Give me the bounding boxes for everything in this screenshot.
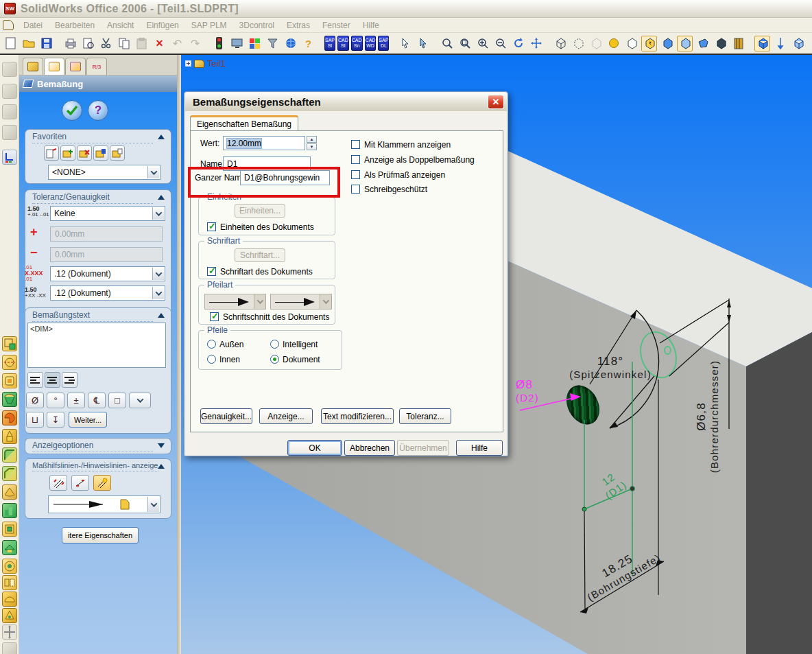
menu-einfuegen[interactable]: Einfügen	[141, 19, 184, 32]
menu-bearbeiten[interactable]: Bearbeiten	[49, 19, 100, 32]
arrow-style-left-combo[interactable]	[204, 294, 266, 310]
menu-3dcontrol[interactable]: 3Dcontrol	[234, 19, 280, 32]
abbrechen-button[interactable]: Abbrechen	[344, 440, 395, 456]
hidden-lines-icon[interactable]	[570, 36, 586, 51]
tolerance-type-select[interactable]: Keine	[50, 206, 165, 221]
menu-hilfe[interactable]: Hilfe	[357, 19, 385, 32]
genauigkeit-button[interactable]: Genauigkeit...	[200, 408, 252, 424]
diameter-symbol-button[interactable]: Ø	[26, 393, 44, 408]
shadows-icon[interactable]	[606, 36, 621, 51]
tolerance-precision-select[interactable]: .12 (Dokument)	[50, 285, 165, 301]
angle-dimension-text[interactable]: 118° (Spitzenwinkel)	[556, 354, 665, 382]
fillet-icon[interactable]	[2, 447, 17, 463]
favorites-select-chevron-icon[interactable]	[147, 166, 159, 178]
lofted-boss-icon[interactable]	[2, 392, 17, 407]
mirror-icon[interactable]	[2, 575, 17, 590]
hidden-removed-icon[interactable]	[588, 36, 604, 51]
feature-tree-root[interactable]: Teil1	[185, 58, 226, 69]
perspective-icon[interactable]	[695, 36, 710, 51]
favorite-add-button[interactable]	[60, 145, 75, 161]
delete-icon[interactable]: ×	[152, 36, 167, 51]
toleranz-button[interactable]: Toleranz...	[399, 408, 451, 424]
section-view-icon[interactable]	[677, 36, 693, 51]
rotate-view-icon[interactable]	[510, 36, 526, 51]
centerline-symbol-button[interactable]: ℄	[88, 393, 106, 408]
print-icon[interactable]	[62, 36, 78, 51]
schriftart-button[interactable]: Schriftart...	[235, 248, 285, 262]
dimension-grid-icon[interactable]	[2, 125, 17, 140]
leader-style-chevron-icon[interactable]	[147, 497, 159, 512]
dome-icon[interactable]	[2, 592, 17, 607]
document-menu-icon[interactable]	[3, 20, 14, 30]
rib-icon[interactable]	[2, 503, 17, 518]
menu-datei[interactable]: Datei	[18, 19, 48, 32]
align-left-button[interactable]	[27, 372, 43, 388]
group-anzeigeoptionen[interactable]: Anzeigeoptionen	[25, 438, 171, 454]
favorites-select[interactable]: <NONE>	[48, 165, 160, 180]
wireframe-icon[interactable]	[552, 36, 568, 51]
tab-configuration-manager[interactable]	[65, 58, 86, 75]
sap-button-4[interactable]: CADWD	[365, 36, 377, 51]
curvature-icon[interactable]	[730, 36, 746, 51]
help-icon[interactable]: ?	[300, 36, 316, 51]
drill-diameter-dimension-text[interactable]: Ø6,8 (Bohrerdurchmesser)	[694, 334, 721, 499]
pruefmass-checkbox[interactable]	[351, 170, 360, 179]
back-view-icon[interactable]	[808, 36, 812, 51]
align-center-button[interactable]	[45, 372, 60, 388]
draft-icon[interactable]	[2, 522, 17, 537]
more-symbols-dropdown[interactable]	[129, 393, 151, 408]
witness-line-smart-button[interactable]	[93, 475, 111, 491]
innen-radio[interactable]	[207, 355, 216, 364]
display-settings-icon[interactable]	[229, 36, 245, 51]
paste-icon[interactable]	[134, 36, 150, 51]
arrow-combo-chevron-icon[interactable]	[320, 294, 331, 309]
collapse-arrow-icon[interactable]	[158, 464, 165, 469]
shaded-edges-icon[interactable]	[623, 36, 639, 51]
sap-button-1[interactable]: SAPSt	[324, 36, 335, 51]
collapse-arrow-icon[interactable]	[158, 135, 165, 139]
extrude-boss-icon[interactable]	[2, 336, 17, 351]
min-variation-input[interactable]: 0.00mm	[50, 247, 163, 262]
einheiten-dokument-checkbox[interactable]	[207, 222, 216, 231]
dokument-radio[interactable]	[270, 355, 279, 364]
anzeige-button[interactable]: Anzeige...	[259, 408, 313, 424]
spinner-up-icon[interactable]: ▲	[307, 136, 317, 143]
square-symbol-button[interactable]: □	[108, 393, 126, 408]
menu-sap-plm[interactable]: SAP PLM	[186, 19, 232, 32]
collapse-arrow-icon[interactable]	[158, 195, 165, 200]
edrawings-globe-icon[interactable]	[283, 36, 298, 51]
schriftschnitt-checkbox[interactable]	[210, 312, 219, 321]
degree-symbol-button[interactable]: °	[47, 393, 64, 408]
design-checker-icon[interactable]	[211, 36, 227, 51]
spinner-down-icon[interactable]: ▼	[307, 143, 317, 150]
tolerance-precision-chevron-icon[interactable]	[152, 287, 164, 299]
isometric-view-icon[interactable]	[754, 36, 770, 51]
zoom-in-out-icon[interactable]	[475, 36, 490, 51]
menu-ansicht[interactable]: Ansicht	[102, 19, 139, 32]
close-icon[interactable]: ✕	[488, 95, 504, 109]
cut-extrude-icon[interactable]	[2, 410, 17, 425]
grid-icon[interactable]	[2, 104, 17, 119]
redo-icon[interactable]: ↷	[187, 36, 203, 51]
wert-input[interactable]: 12.00mm	[223, 136, 305, 150]
sap-button-3[interactable]: CADSn	[351, 36, 363, 51]
zoom-selection-icon[interactable]	[492, 36, 508, 51]
tree-expand-icon[interactable]	[185, 60, 191, 67]
einheiten-button[interactable]: Einheiten...	[235, 204, 285, 218]
copy-icon[interactable]	[116, 36, 132, 51]
uebernehmen-button[interactable]: Übernehmen	[397, 440, 449, 456]
collapse-arrow-icon[interactable]	[158, 313, 165, 318]
circular-pattern-icon[interactable]	[2, 559, 17, 574]
shaded-icon[interactable]	[641, 36, 657, 51]
tab-feature-manager[interactable]	[23, 58, 43, 75]
tolerance-select-chevron-icon[interactable]	[152, 207, 164, 220]
swept-boss-icon[interactable]	[2, 373, 17, 388]
tab-r3[interactable]: R/3	[86, 58, 107, 75]
zoom-fit-icon[interactable]	[439, 36, 455, 51]
hilfe-button[interactable]: Hilfe	[456, 440, 503, 456]
menu-extras[interactable]: Extras	[281, 19, 315, 32]
favorite-delete-button[interactable]	[77, 145, 92, 161]
open-icon[interactable]	[21, 36, 36, 51]
dialog-title-bar[interactable]: Bemaßungseigenschaften	[185, 93, 507, 111]
intelligent-radio[interactable]	[270, 340, 279, 349]
